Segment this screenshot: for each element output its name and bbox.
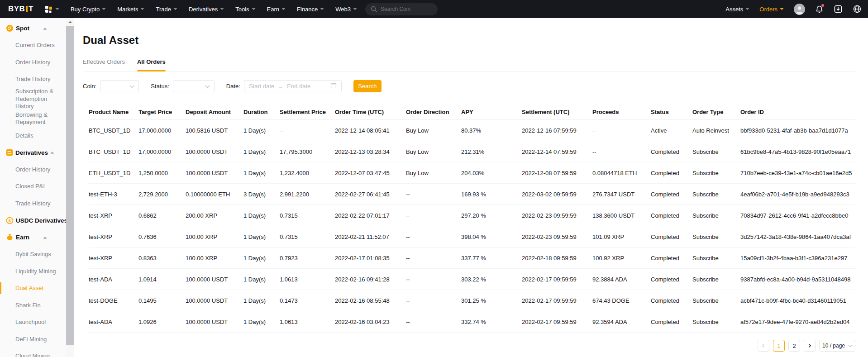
- nav-item-tools[interactable]: Tools: [235, 6, 255, 13]
- nav-item-web3[interactable]: Web3: [335, 6, 357, 13]
- earn-moneybag-icon: [6, 233, 14, 241]
- date-range-input[interactable]: Start date → End date: [244, 80, 342, 92]
- status-select[interactable]: [173, 80, 215, 92]
- sidebar-section-derivatives[interactable]: Derivatives: [0, 144, 66, 162]
- bybit-logo[interactable]: BYBT: [8, 5, 33, 14]
- cell-deposit-amount: 100.0000 USDT: [186, 297, 243, 304]
- sidebar-item-launchpool[interactable]: Launchpool: [0, 314, 66, 331]
- sidebar-item-subscription-redemption-history[interactable]: Subscription & Redemption History: [0, 88, 66, 110]
- sidebar-item-dual-asset[interactable]: Dual Asset: [0, 280, 66, 297]
- chevron-up-icon[interactable]: [50, 151, 54, 154]
- notifications-bell-icon[interactable]: [815, 5, 824, 14]
- cell-deposit-amount: 100.00 XRP: [186, 233, 243, 240]
- coin-filter-label: Coin:: [83, 83, 96, 90]
- tab-effective-orders[interactable]: Effective Orders: [83, 58, 125, 71]
- chevron-down-icon: [102, 8, 106, 10]
- sidebar-item-liquidity-mining[interactable]: Liquidity Mining: [0, 263, 66, 280]
- cell-settlement-utc: 2022-02-17 09:59:59: [522, 319, 592, 325]
- chevron-up-icon[interactable]: [43, 236, 47, 239]
- cell-order-direction: --: [406, 191, 461, 198]
- nav-item-derivatives[interactable]: Derivatives: [189, 6, 224, 13]
- pagination-page-2[interactable]: 2: [788, 340, 800, 352]
- download-app-icon[interactable]: [834, 5, 843, 14]
- cell-order-time-utc: 2022-02-16 09:41:28: [335, 276, 406, 283]
- chevron-up-icon[interactable]: [43, 27, 47, 30]
- chevron-down-icon: [205, 83, 210, 90]
- usdc-dollar-icon: $: [6, 217, 14, 224]
- cell-apy: 212.31%: [461, 148, 522, 155]
- scrollbar-thumb[interactable]: [66, 26, 74, 345]
- coin-search-input[interactable]: Search Coin: [365, 3, 438, 15]
- cell-settlement-utc: 2022-12-14 07:59:59: [522, 148, 592, 155]
- nav-item-orders[interactable]: Orders: [759, 6, 784, 13]
- cell-duration: 3 Day(s): [243, 191, 280, 198]
- nav-item-earn[interactable]: Earn: [267, 6, 286, 13]
- cell-deposit-amount: 100.0000 USDT: [186, 276, 243, 283]
- nav-item-label: Trade: [156, 6, 171, 13]
- cell-settlement-price: 0.7923: [280, 255, 335, 262]
- apps-menu-button[interactable]: [44, 5, 59, 14]
- cell-apy: 337.77 %: [461, 255, 522, 262]
- cell-order-type: Subscribe: [692, 319, 740, 325]
- nav-item-trade[interactable]: Trade: [156, 6, 177, 13]
- start-date-placeholder: Start date: [249, 83, 274, 90]
- cell-apy: 80.37%: [461, 127, 522, 134]
- cell-duration: 1 Day(s): [243, 255, 280, 262]
- column-header-duration: Duration: [243, 109, 280, 115]
- cell-proceeds: 674.43 DOGE: [592, 297, 651, 304]
- nav-item-label: Markets: [117, 6, 138, 13]
- sidebar-item-shark-fin[interactable]: Shark Fin: [0, 297, 66, 314]
- pagination-next-button[interactable]: [804, 340, 816, 352]
- sidebar-item-trade-history[interactable]: Trade History: [0, 195, 66, 212]
- scrollbar-up-arrow[interactable]: [66, 18, 74, 26]
- sidebar-item-order-history[interactable]: Order History: [0, 161, 66, 178]
- sidebar-section-earn[interactable]: Earn: [0, 229, 66, 246]
- main-content: Dual Asset Effective OrdersAll Orders Co…: [74, 18, 868, 357]
- sidebar-item-defi-mining[interactable]: DeFi Mining: [0, 331, 66, 348]
- cell-duration: 1 Day(s): [243, 148, 280, 155]
- main-nav-menu: Buy CryptoMarketsTradeDerivativesToolsEa…: [59, 6, 357, 13]
- nav-item-finance[interactable]: Finance: [297, 6, 324, 13]
- sidebar-item-details[interactable]: Details: [0, 127, 66, 144]
- sidebar-item-cloud-mining[interactable]: Cloud Mining: [0, 348, 66, 357]
- cell-order-id: 9387abfd-ec8a-4a00-b94d-9a5311048498: [740, 276, 855, 283]
- table-row: BTC_USDT_1D17,000.0000100.0000 USDT1 Day…: [89, 141, 855, 162]
- chevron-down-icon: [252, 8, 256, 10]
- nav-item-assets[interactable]: Assets: [725, 6, 749, 13]
- logo-text-suffix: T: [29, 5, 33, 14]
- sidebar-item-current-orders[interactable]: Current Orders: [0, 37, 66, 54]
- sidebar-section-label: Earn: [16, 234, 29, 241]
- avatar[interactable]: [794, 4, 805, 15]
- logo-text-prefix: BYB: [8, 5, 25, 14]
- cell-order-time-utc: 2022-02-16 08:55:48: [335, 297, 406, 304]
- sidebar-item-trade-history[interactable]: Trade History: [0, 71, 66, 88]
- table-row: test-XRP0.8363100.00 XRP1 Day(s)0.792320…: [89, 248, 855, 269]
- cell-proceeds: 92.3594 ADA: [592, 319, 651, 325]
- coin-select[interactable]: [100, 80, 139, 92]
- sidebar-item-order-history[interactable]: Order History: [0, 54, 66, 71]
- cell-settlement-utc: 2022-02-23 09:59:59: [522, 212, 592, 219]
- sidebar-scrollbar[interactable]: [66, 18, 74, 357]
- language-globe-icon[interactable]: [853, 5, 862, 14]
- cell-product-name: ETH_USDT_1D: [89, 170, 138, 176]
- chevron-down-icon: [129, 83, 134, 90]
- sidebar-item-closed-p-l[interactable]: Closed P&L: [0, 178, 66, 195]
- sidebar-section-usdc-derivatives[interactable]: $ USDC Derivatives: [0, 212, 66, 229]
- chevron-down-icon: [780, 8, 784, 10]
- cell-apy: 204.03%: [461, 170, 522, 176]
- page-size-select[interactable]: 10 / page: [819, 340, 855, 352]
- pagination-page-1[interactable]: 1: [773, 340, 785, 352]
- sidebar-item-borrowing-repayment[interactable]: Borrowing & Repayment: [0, 110, 66, 128]
- pagination-prev-button[interactable]: [758, 340, 769, 352]
- cell-product-name: test-ADA: [89, 319, 138, 325]
- cell-order-id: 61bc9be8-47a5-4b13-9828-90f1e05eaa71: [740, 148, 855, 155]
- cell-product-name: test-XRP: [89, 233, 138, 240]
- sidebar-section-label: Derivatives: [15, 149, 48, 156]
- cell-status: Completed: [651, 255, 692, 262]
- nav-item-buy-crypto[interactable]: Buy Crypto: [71, 6, 106, 13]
- sidebar-item-bybit-savings[interactable]: Bybit Savings: [0, 246, 66, 263]
- tab-all-orders[interactable]: All Orders: [137, 58, 166, 71]
- nav-item-markets[interactable]: Markets: [117, 6, 144, 13]
- search-button[interactable]: Search: [353, 80, 382, 92]
- sidebar-section-spot[interactable]: Spot: [0, 20, 66, 37]
